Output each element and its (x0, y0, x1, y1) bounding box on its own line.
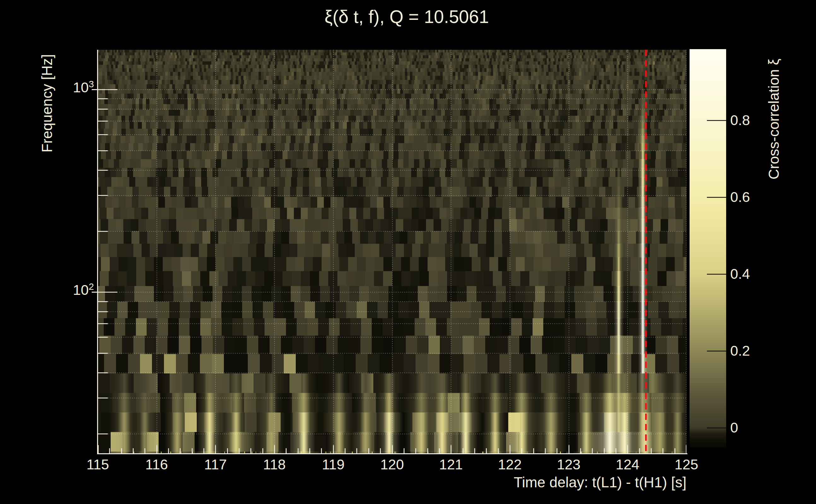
y-tick-label-10e3: 103 (47, 79, 94, 96)
x-tick-label-116: 116 (131, 456, 182, 473)
x-tick-label-123: 123 (543, 456, 594, 473)
x-axis-spine (97, 453, 687, 454)
colorbar-canvas (690, 49, 726, 448)
y-major-tick-outer (92, 89, 98, 90)
y-major-tick-outer (92, 292, 98, 293)
colorbar-tick-label-0.2: 0.2 (730, 342, 750, 360)
spectrogram-canvas (98, 50, 687, 453)
x-tick-label-115: 115 (72, 456, 123, 473)
colorbar-tick-label-0.6: 0.6 (730, 188, 750, 206)
colorbar-tick-label-0.4: 0.4 (730, 265, 750, 283)
x-tick-label-119: 119 (308, 456, 359, 473)
qscan-cross-correlation-figure: ξ(δ t, f), Q = 10.5061 Frequency [Hz] Ti… (0, 0, 816, 504)
x-tick-label-122: 122 (485, 456, 535, 473)
x-tick-label-120: 120 (367, 456, 417, 473)
x-tick-label-121: 121 (426, 456, 476, 473)
x-tick-label-125: 125 (661, 456, 712, 473)
y-axis-spine (97, 50, 98, 454)
x-axis-label: Time delay: t(L1) - t(H1) [s] (441, 474, 687, 491)
colorbar-tick-label-0.8: 0.8 (730, 112, 750, 129)
y-tick-label-10e2: 102 (47, 281, 94, 299)
x-tick-label-117: 117 (190, 456, 241, 473)
colorbar-label: Cross-correlation ξ (765, 47, 781, 192)
x-tick-label-124: 124 (602, 456, 653, 473)
plot-title: ξ(δ t, f), Q = 10.5061 (218, 6, 596, 27)
x-tick-label-118: 118 (249, 456, 300, 473)
y-axis-label: Frequency [Hz] (38, 40, 54, 166)
colorbar-tick-label-0: 0 (730, 419, 738, 437)
